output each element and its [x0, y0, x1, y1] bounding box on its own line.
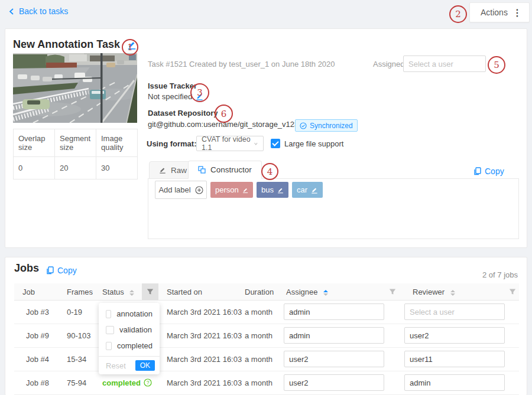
annotation-marker-1: 1 — [122, 39, 138, 56]
edit-label-icon[interactable] — [242, 187, 248, 194]
format-select[interactable]: CVAT for video 1.1 — [196, 136, 264, 151]
param-header-quality: Image quality — [96, 129, 138, 157]
reviewer-sorter[interactable] — [450, 290, 455, 296]
filter-option-validation[interactable]: validation — [99, 322, 160, 338]
filter-reset-button[interactable]: Reset — [106, 361, 126, 370]
job-status: completed — [102, 378, 141, 387]
job-reviewer-input[interactable] — [404, 327, 505, 344]
format-select-value: CVAT for video 1.1 — [202, 135, 254, 152]
label-chip-bus-text: bus — [261, 185, 274, 194]
status-filter-dropdown: annotation validation completed Reset OK — [99, 303, 160, 374]
job-duration: a month — [245, 355, 273, 364]
job-link[interactable]: Job #3 — [26, 308, 49, 316]
job-assignee-input[interactable] — [284, 351, 384, 367]
assignee-sorter[interactable] — [323, 290, 328, 296]
param-value-segment: 20 — [55, 157, 96, 179]
annotation-marker-6: 6 — [215, 105, 233, 123]
job-frames: 0-19 — [67, 308, 82, 316]
tab-constructor-label: Constructor — [210, 165, 252, 174]
annotation-marker-2: 2 — [449, 5, 467, 23]
issue-tracker-value: Not specified — [148, 92, 192, 101]
job-started: March 3rd 2021 16:03 — [167, 308, 242, 316]
job-assignee-input[interactable] — [284, 327, 384, 344]
job-row: Job #4 15-34 March 3rd 2021 16:03 a mont… — [14, 347, 519, 371]
job-row: Job #8 75-94 completed ? March 3rd 2021 … — [14, 371, 519, 395]
job-link[interactable]: Job #9 — [26, 331, 49, 340]
jobs-count: 2 of 7 jobs — [400, 270, 518, 279]
jobs-table-header: Job Frames Status Started on Duration As… — [14, 283, 519, 301]
filter-option-annotation[interactable]: annotation — [99, 306, 160, 322]
labels-copy-button[interactable]: Copy — [473, 167, 504, 176]
label-chip-person-text: person — [215, 185, 239, 194]
job-assignee-input[interactable] — [284, 303, 384, 320]
param-value-overlap: 0 — [14, 157, 55, 179]
filter-option-completed[interactable]: completed — [99, 338, 160, 354]
large-file-checkbox[interactable] — [271, 139, 280, 148]
checkbox-annotation[interactable] — [106, 310, 111, 318]
task-params-table: Overlap size Segment size Image quality … — [13, 129, 138, 179]
col-status[interactable]: Status — [102, 288, 134, 296]
reviewer-filter-icon[interactable] — [509, 288, 516, 295]
traffic-scene-image — [13, 53, 137, 123]
checkbox-completed[interactable] — [106, 342, 112, 350]
job-duration: a month — [245, 378, 273, 387]
job-link[interactable]: Job #8 — [26, 378, 49, 387]
assignee-filter-icon[interactable] — [389, 288, 396, 295]
labels-copy-label: Copy — [485, 167, 504, 176]
block-icon — [198, 166, 206, 174]
job-frames: 90-103 — [67, 331, 90, 340]
pencil-icon — [159, 167, 166, 174]
sync-status-badge: Synchronized — [295, 119, 358, 132]
col-started: Started on — [167, 288, 202, 296]
tab-raw-label: Raw — [171, 166, 187, 175]
job-row: Job #9 90-103 March 3rd 2021 16:03 a mon… — [14, 324, 519, 348]
job-frames: 75-94 — [67, 378, 86, 387]
job-row: Job #3 0-19 March 3rd 2021 16:03 a month — [14, 300, 519, 324]
col-assignee[interactable]: Assignee — [286, 288, 328, 296]
actions-button[interactable]: Actions ⋮ — [469, 2, 530, 22]
chevron-down-icon — [254, 141, 258, 146]
back-to-tasks-link[interactable]: Back to tasks — [8, 6, 68, 16]
filter-ok-button[interactable]: OK — [135, 360, 155, 371]
status-sorter[interactable] — [129, 290, 134, 296]
large-file-label: Large file support — [284, 139, 343, 148]
param-header-segment: Segment size — [55, 129, 96, 157]
label-chip-car-text: car — [297, 185, 307, 194]
label-chip-person[interactable]: person — [210, 182, 253, 198]
job-started: March 3rd 2021 16:03 — [167, 355, 242, 364]
job-link[interactable]: Job #4 — [26, 355, 49, 364]
more-vertical-icon: ⋮ — [512, 7, 522, 18]
filter-option-annotation-label: annotation — [116, 309, 153, 318]
tab-constructor[interactable]: Constructor — [188, 161, 262, 179]
edit-label-icon[interactable] — [311, 187, 318, 194]
job-reviewer-input[interactable] — [404, 303, 505, 320]
add-label-text: Add label — [158, 185, 190, 194]
copy-icon — [46, 266, 54, 275]
label-chip-bus[interactable]: bus — [257, 182, 288, 198]
sync-badge-label: Synchronized — [310, 122, 353, 130]
actions-label: Actions — [481, 8, 508, 17]
status-filter-button[interactable] — [142, 283, 158, 300]
annotation-marker-4: 4 — [261, 163, 278, 180]
cvat-task-page: Back to tasks Actions ⋮ New Annotation T… — [0, 0, 532, 395]
job-assignee-input[interactable] — [284, 374, 384, 391]
assigned-to-input[interactable] — [403, 56, 486, 72]
jobs-copy-button[interactable]: Copy — [46, 266, 77, 275]
copy-icon — [473, 167, 481, 175]
label-chip-car[interactable]: car — [292, 182, 323, 198]
back-to-tasks-label[interactable]: Back to tasks — [19, 6, 68, 16]
annotation-marker-5: 5 — [488, 56, 505, 74]
job-reviewer-input[interactable] — [404, 351, 505, 367]
job-reviewer-input[interactable] — [404, 374, 505, 391]
jobs-title: Jobs — [14, 262, 39, 275]
dataset-repository-label: Dataset Repository — [148, 109, 218, 117]
add-label-button[interactable]: Add label — [155, 181, 207, 199]
task-preview-image — [13, 53, 137, 123]
filter-funnel-icon[interactable] — [147, 288, 154, 295]
col-reviewer[interactable]: Reviewer — [413, 288, 455, 296]
checkbox-validation[interactable] — [106, 326, 114, 334]
param-header-overlap: Overlap size — [14, 129, 55, 157]
job-duration: a month — [245, 308, 273, 316]
using-format-label: Using format: — [147, 139, 197, 148]
edit-label-icon[interactable] — [277, 187, 284, 194]
